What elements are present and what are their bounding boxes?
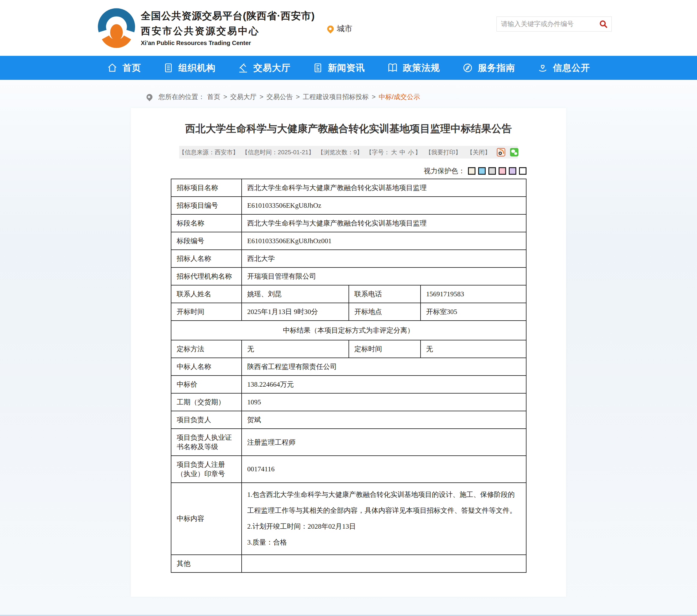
search-icon bbox=[599, 19, 608, 29]
table-row: 招标代理机构名称开瑞项目管理有限公司 bbox=[171, 267, 526, 285]
news-icon bbox=[313, 62, 323, 73]
search-box bbox=[496, 16, 612, 31]
gavel-icon bbox=[238, 62, 249, 73]
table-row: 中标内容 1.包含西北大学生命科学与大健康产教融合转化实训基地项目的设计、施工、… bbox=[171, 483, 526, 555]
eye-color-swatch-white[interactable] bbox=[519, 167, 527, 175]
wechat-share-icon[interactable] bbox=[510, 148, 518, 157]
table-row: 中标价138.224664万元 bbox=[171, 376, 526, 393]
breadcrumb: 您所在的位置： 首页 > 交易大厅 > 交易公告 > 工程建设项目招标投标 > … bbox=[0, 80, 697, 108]
nav-item-organization[interactable]: 组织机构 bbox=[163, 62, 216, 74]
nav-item-policy[interactable]: 政策法规 bbox=[387, 62, 440, 74]
font-size-large[interactable]: 大 bbox=[391, 149, 397, 156]
main-content: 您所在的位置： 首页 > 交易大厅 > 交易公告 > 工程建设项目招标投标 > … bbox=[0, 80, 697, 615]
table-row: 项目负责人注册（执业）印章号00174116 bbox=[171, 456, 526, 483]
breadcrumb-pin-icon bbox=[145, 93, 154, 101]
info-source: 【信息来源：西安市】 bbox=[179, 148, 239, 157]
font-size-label: 【字号：大中小】 bbox=[366, 148, 421, 157]
eye-color-swatch-gray[interactable] bbox=[488, 167, 496, 175]
breadcrumb-construction-bidding[interactable]: 工程建设项目招标投标 bbox=[303, 92, 369, 101]
award-content-line: 3.质量：合格 bbox=[247, 534, 520, 551]
breadcrumb-current[interactable]: 中标/成交公示 bbox=[379, 92, 420, 101]
page-header: 全国公共资源交易平台(陕西省·西安市) 西安市公共资源交易中心 Xi'an Pu… bbox=[0, 0, 697, 56]
print-button[interactable]: 【我要打印】 bbox=[425, 148, 461, 157]
table-row: 开标时间2025年1月13日 9时30分开标地点开标室305 bbox=[171, 303, 526, 321]
main-nav: 首页 组织机构 交易大厅 新闻资讯 政策法规 服务指南 信息公开 bbox=[0, 56, 697, 80]
eye-protect-label: 视力保护色： bbox=[424, 166, 465, 176]
table-row: 其他 bbox=[171, 555, 526, 572]
table-section-header: 中标结果（本项目定标方式为非评定分离） bbox=[171, 321, 526, 340]
compass-icon bbox=[462, 62, 473, 73]
breadcrumb-trading-hall[interactable]: 交易大厅 bbox=[230, 92, 257, 101]
table-row: 项目负责人贺斌 bbox=[171, 411, 526, 429]
eye-color-swatch-blue[interactable] bbox=[478, 167, 486, 175]
article-info-bar: 【信息来源：西安市】 【信息时间：2025-01-21】 【浏览次数：9】 【字… bbox=[179, 146, 518, 159]
table-row: 招标项目名称西北大学生命科学与大健康产教融合转化实训基地项目监理 bbox=[171, 179, 526, 196]
info-time: 【信息时间：2025-01-21】 bbox=[242, 148, 314, 157]
font-size-small[interactable]: 小 bbox=[408, 149, 414, 156]
nav-item-home[interactable]: 首页 bbox=[107, 62, 141, 74]
breadcrumb-prefix: 您所在的位置： bbox=[159, 92, 205, 101]
table-row: 标段编号E6101033506EKgU8JhOz001 bbox=[171, 232, 526, 250]
platform-title: 全国公共资源交易平台(陕西省·西安市) bbox=[141, 9, 315, 23]
table-row: 招标项目编号E6101033506EKgU8JhOz bbox=[171, 196, 526, 214]
table-row: 工期（交货期）1095 bbox=[171, 393, 526, 411]
page-title: 西北大学生命科学与大健康产教融合转化实训基地项目监理中标结果公告 bbox=[131, 108, 566, 136]
font-size-medium[interactable]: 中 bbox=[400, 149, 405, 156]
site-logo: 全国公共资源交易平台(陕西省·西安市) 西安市公共资源交易中心 Xi'an Pu… bbox=[98, 5, 315, 50]
nav-item-news[interactable]: 新闻资讯 bbox=[313, 62, 365, 74]
table-row: 标段名称西北大学生命科学与大健康产教融合转化实训基地项目监理 bbox=[171, 214, 526, 232]
bid-result-table: 招标项目名称西北大学生命科学与大健康产教融合转化实训基地项目监理 招标项目编号E… bbox=[171, 179, 527, 573]
logo-icon bbox=[98, 5, 135, 50]
nav-item-trading-hall[interactable]: 交易大厅 bbox=[238, 62, 291, 74]
org-doc-icon bbox=[163, 62, 174, 73]
table-row: 联系人姓名姚瑶、刘昆联系电话15691719583 bbox=[171, 285, 526, 303]
eye-color-swatch-cream[interactable] bbox=[468, 167, 475, 175]
center-title-en: Xi'an Public Resources Trading Center bbox=[141, 40, 315, 46]
breadcrumb-home[interactable]: 首页 bbox=[207, 92, 220, 101]
nav-item-info-disclosure[interactable]: 信息公开 bbox=[537, 62, 590, 74]
table-row: 定标方法无定标时间无 bbox=[171, 340, 526, 358]
location-pin-icon bbox=[326, 24, 335, 33]
weibo-share-icon[interactable] bbox=[497, 148, 505, 157]
breadcrumb-announcements[interactable]: 交易公告 bbox=[267, 92, 293, 101]
award-content-line: 2.计划开竣工时间：2028年02月13日 bbox=[247, 519, 520, 534]
city-selector[interactable]: 城市 bbox=[327, 24, 352, 34]
article-card: 西北大学生命科学与大健康产教融合转化实训基地项目监理中标结果公告 【信息来源：西… bbox=[131, 108, 566, 597]
page-footer: 中央政府和国家部委网站 省及各市区政府网站 省级交易中心网站 行政监督部门网站 … bbox=[0, 615, 697, 616]
award-content-line: 1.包含西北大学生命科学与大健康产教融合转化实训基地项目的设计、施工、保修阶段的… bbox=[247, 487, 520, 519]
center-title: 西安市公共资源交易中心 bbox=[141, 25, 315, 38]
search-button[interactable] bbox=[595, 17, 611, 31]
close-button[interactable]: 【关闭】 bbox=[467, 148, 491, 157]
book-icon bbox=[387, 62, 398, 73]
home-icon bbox=[107, 62, 118, 73]
city-label: 城市 bbox=[337, 24, 352, 34]
eye-color-swatch-pink[interactable] bbox=[499, 167, 506, 175]
eye-color-swatch-purple[interactable] bbox=[509, 167, 516, 175]
table-row: 招标人名称西北大学 bbox=[171, 250, 526, 267]
info-views: 【浏览次数：9】 bbox=[317, 148, 363, 157]
hand-heart-icon bbox=[537, 62, 548, 73]
nav-item-service-guide[interactable]: 服务指南 bbox=[462, 62, 515, 74]
search-input[interactable] bbox=[497, 20, 595, 28]
table-row: 项目负责人执业证书名称及等级注册监理工程师 bbox=[171, 429, 526, 456]
table-row: 中标人名称陕西省工程监理有限责任公司 bbox=[171, 358, 526, 376]
eye-protect-row: 视力保护色： bbox=[171, 166, 527, 176]
